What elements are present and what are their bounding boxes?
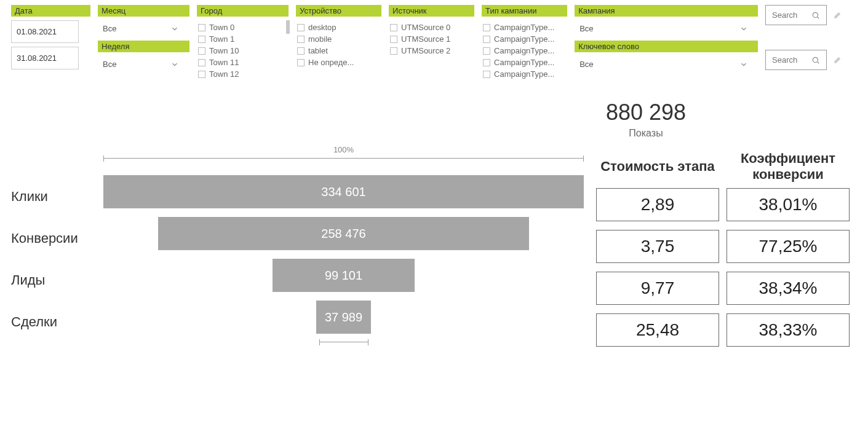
checkbox[interactable] bbox=[483, 59, 490, 66]
funnel-bar-row: 258 476 bbox=[103, 213, 584, 254]
date-to-input[interactable] bbox=[11, 47, 79, 69]
list-item[interactable]: Town 10 bbox=[198, 46, 287, 55]
checkbox[interactable] bbox=[198, 71, 205, 78]
week-dropdown[interactable]: Все bbox=[98, 56, 184, 73]
funnel-bar: 334 601 bbox=[103, 175, 584, 208]
filter-source: Источник UTMSource 0UTMSource 1UTMSource… bbox=[389, 5, 474, 58]
list-item[interactable]: mobile bbox=[297, 34, 380, 44]
filter-month-label: Месяц bbox=[98, 5, 189, 17]
checkbox[interactable] bbox=[483, 36, 490, 43]
search-box[interactable] bbox=[765, 5, 827, 25]
checkbox[interactable] bbox=[483, 47, 490, 55]
search-box[interactable] bbox=[765, 50, 827, 70]
metric-cell-conversion: 38,33% bbox=[727, 313, 850, 347]
checkbox[interactable] bbox=[483, 71, 490, 78]
list-item[interactable]: Town 12 bbox=[198, 69, 287, 79]
filter-device-label: Устройство bbox=[296, 5, 381, 17]
filter-date: Дата bbox=[11, 5, 90, 69]
keyword-dropdown[interactable]: Все bbox=[575, 56, 753, 73]
eraser-icon[interactable] bbox=[833, 56, 842, 65]
kpi-impressions: 880 298 Показы bbox=[554, 100, 738, 139]
list-item[interactable]: UTMSource 0 bbox=[390, 23, 473, 32]
metric-cell-conversion: 77,25% bbox=[727, 230, 850, 263]
city-list[interactable]: Town 0Town 1Town 10Town 11Town 12 bbox=[197, 20, 289, 81]
campaign-dropdown[interactable]: Все bbox=[575, 20, 753, 37]
week-value: Все bbox=[103, 60, 116, 69]
metrics-table: Стоимость этапа 2,893,759,7725,48 Коэффи… bbox=[596, 145, 850, 355]
list-item[interactable]: CampaignType... bbox=[483, 34, 566, 44]
stage-label: Клики bbox=[11, 176, 91, 218]
list-item-label: CampaignType... bbox=[494, 58, 554, 67]
list-item[interactable]: Town 0 bbox=[198, 23, 287, 32]
svg-line-3 bbox=[818, 61, 819, 63]
checkbox[interactable] bbox=[198, 47, 205, 55]
funnel-bar: 99 101 bbox=[273, 259, 415, 292]
list-item-label: UTMSource 2 bbox=[401, 46, 450, 55]
checkbox[interactable] bbox=[297, 59, 305, 66]
list-item-label: Town 1 bbox=[209, 34, 234, 44]
stage-labels: КликиКонверсииЛидыСделки bbox=[11, 145, 91, 343]
metric-cell-conversion: 38,34% bbox=[727, 272, 850, 305]
checkbox[interactable] bbox=[390, 24, 397, 31]
search-column bbox=[765, 5, 857, 70]
source-list[interactable]: UTMSource 0UTMSource 1UTMSource 2 bbox=[389, 20, 474, 58]
filter-source-label: Источник bbox=[389, 5, 474, 17]
list-item[interactable]: desktop bbox=[297, 23, 380, 32]
list-item[interactable]: CampaignType... bbox=[483, 46, 566, 55]
checkbox[interactable] bbox=[198, 24, 205, 31]
month-dropdown[interactable]: Все bbox=[98, 20, 184, 37]
search-input[interactable] bbox=[772, 55, 806, 65]
date-from-input[interactable] bbox=[11, 20, 79, 43]
checkbox[interactable] bbox=[390, 36, 397, 43]
list-item[interactable]: CampaignType... bbox=[483, 23, 566, 32]
search-input[interactable] bbox=[772, 10, 806, 20]
list-item[interactable]: CampaignType... bbox=[483, 69, 566, 79]
metric-header-cost: Стоимость этапа bbox=[596, 145, 719, 188]
list-item[interactable]: CampaignType... bbox=[483, 58, 566, 67]
filter-city: Город Town 0Town 1Town 10Town 11Town 12 bbox=[197, 5, 289, 81]
filter-keyword-label: Ключевое слово bbox=[575, 41, 758, 52]
list-item[interactable]: Не опреде... bbox=[297, 58, 380, 67]
list-item[interactable]: UTMSource 2 bbox=[390, 46, 473, 55]
search-row-1 bbox=[765, 5, 857, 25]
list-item[interactable]: tablet bbox=[297, 46, 380, 55]
checkbox[interactable] bbox=[198, 36, 205, 43]
keyword-value: Все bbox=[579, 60, 593, 69]
checkbox[interactable] bbox=[297, 24, 305, 31]
scale-label: 100% bbox=[103, 145, 584, 154]
checkbox[interactable] bbox=[390, 47, 397, 55]
kpi-value: 880 298 bbox=[554, 100, 738, 125]
list-item[interactable]: UTMSource 1 bbox=[390, 34, 473, 44]
campaign-value: Все bbox=[579, 24, 593, 33]
main-area: КликиКонверсииЛидыСделки 100% 334 601258… bbox=[0, 145, 868, 368]
scrollbar[interactable] bbox=[286, 20, 290, 34]
device-list[interactable]: desktopmobiletabletНе опреде... bbox=[296, 20, 381, 69]
month-value: Все bbox=[103, 24, 116, 33]
metric-col-conversion: Коэффициент конверсии 38,01%77,25%38,34%… bbox=[727, 145, 850, 355]
list-item[interactable]: Town 1 bbox=[198, 34, 287, 44]
campaign-type-list[interactable]: CampaignType...CampaignType...CampaignTy… bbox=[482, 20, 567, 81]
checkbox[interactable] bbox=[198, 59, 205, 66]
list-item-label: CampaignType... bbox=[494, 34, 554, 44]
list-item-label: UTMSource 0 bbox=[401, 23, 450, 32]
checkbox[interactable] bbox=[297, 36, 305, 43]
svg-point-2 bbox=[813, 57, 818, 62]
eraser-icon[interactable] bbox=[833, 11, 842, 20]
filter-campaign-type-label: Тип кампании bbox=[482, 5, 567, 17]
filter-month-week: Месяц Все Неделя Все bbox=[98, 5, 189, 73]
filters-bar: Дата Месяц Все Неделя Все Город Town 0To… bbox=[0, 0, 868, 81]
list-item-label: CampaignType... bbox=[494, 69, 554, 79]
metric-cell-cost: 2,89 bbox=[596, 188, 719, 221]
list-item-label: Town 12 bbox=[209, 69, 239, 79]
chevron-down-icon bbox=[739, 60, 748, 69]
list-item-label: Town 10 bbox=[209, 46, 239, 55]
filter-city-label: Город bbox=[197, 5, 289, 17]
list-item[interactable]: Town 11 bbox=[198, 58, 287, 67]
metric-cell-cost: 9,77 bbox=[596, 272, 719, 305]
kpi-label: Показы bbox=[554, 128, 738, 139]
checkbox[interactable] bbox=[297, 47, 305, 55]
checkbox[interactable] bbox=[483, 24, 490, 31]
metric-cell-cost: 25,48 bbox=[596, 313, 719, 347]
list-item-label: tablet bbox=[308, 46, 328, 55]
scale-line-bottom bbox=[319, 342, 368, 342]
